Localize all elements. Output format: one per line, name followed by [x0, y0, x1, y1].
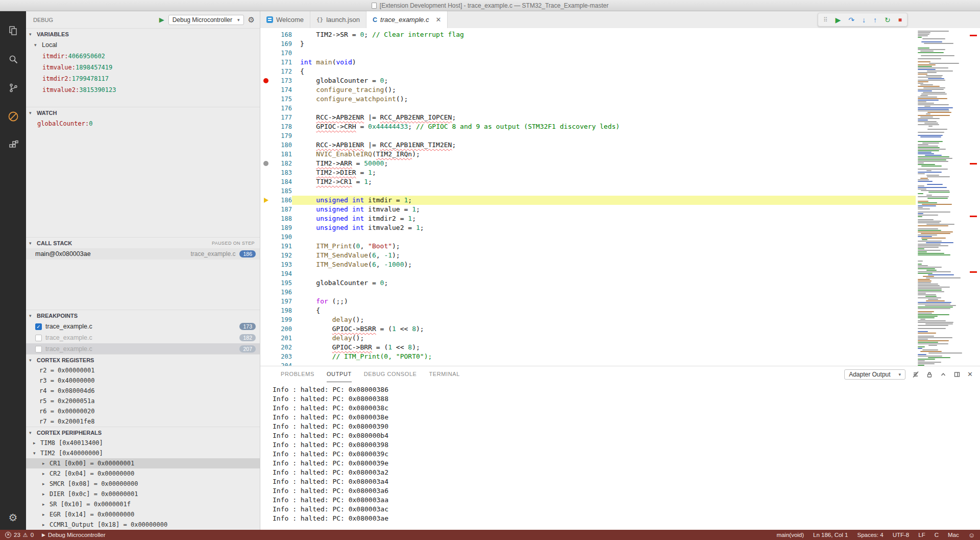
line-number[interactable]: 169	[272, 39, 292, 49]
code-line[interactable]: 200 GPIOC->BSRR = (1 << 8);	[260, 324, 916, 334]
code-line[interactable]: 171int main(void)	[260, 58, 916, 67]
gutter-glyph[interactable]	[260, 196, 272, 205]
tab-terminal[interactable]: TERMINAL	[429, 366, 460, 382]
tab-trace-example-c[interactable]: C trace_example.c ✕	[366, 11, 448, 28]
gutter-glyph[interactable]	[260, 95, 272, 104]
code-line[interactable]: 204	[260, 361, 916, 366]
code-line[interactable]: 175 configure_watchpoint();	[260, 95, 916, 104]
variables-header[interactable]: ▾ VARIABLES	[26, 28, 260, 39]
line-number[interactable]: 200	[272, 324, 292, 334]
stop-button[interactable]: ■	[898, 16, 902, 24]
gutter-glyph[interactable]	[260, 140, 272, 150]
minimap[interactable]	[916, 28, 965, 366]
maximize-panel-icon[interactable]	[940, 371, 947, 378]
line-number[interactable]: 194	[272, 269, 292, 278]
register-row[interactable]: r5 = 0x2000051a	[26, 396, 260, 406]
line-number[interactable]: 203	[272, 352, 292, 361]
call-stack-header[interactable]: ▾ CALL STACK PAUSED ON STEP	[26, 237, 260, 248]
line-number[interactable]: 201	[272, 334, 292, 343]
gutter-glyph[interactable]	[260, 67, 272, 76]
gutter-glyph[interactable]	[260, 39, 272, 49]
line-number[interactable]: 172	[272, 67, 292, 76]
code-line[interactable]: 169}	[260, 39, 916, 49]
scope-local[interactable]: ▾ Local	[26, 39, 260, 51]
gutter-glyph[interactable]	[260, 306, 272, 315]
drag-handle-icon[interactable]: ⠿	[823, 16, 828, 24]
debug-config-select[interactable]: Debug Microcontroller ▾	[168, 15, 244, 25]
code-line[interactable]: 176	[260, 104, 916, 113]
gutter-glyph[interactable]	[260, 168, 272, 177]
gutter-glyph[interactable]	[260, 205, 272, 214]
step-out-button[interactable]: ↑	[873, 16, 877, 24]
line-number[interactable]: 184	[272, 177, 292, 186]
code-line[interactable]: 203 // ITM_Print(0, "PORT0");	[260, 352, 916, 361]
feedback-smiley-icon[interactable]: ☺	[968, 531, 975, 539]
register-row[interactable]: r7 = 0x20001fe8	[26, 416, 260, 427]
close-icon[interactable]: ✕	[435, 16, 441, 24]
line-number[interactable]: 185	[272, 186, 292, 196]
eol[interactable]: LF	[918, 532, 925, 538]
search-icon[interactable]	[0, 45, 26, 74]
code-line[interactable]: 179	[260, 131, 916, 140]
peripheral-row[interactable]: ▸DIER [0x0c] = 0x00000001	[26, 489, 260, 499]
code-editor[interactable]: 167168 TIM2->SR = 0; // Clear interrupt …	[260, 28, 980, 366]
line-number[interactable]: 173	[272, 76, 292, 85]
gutter-glyph[interactable]	[260, 104, 272, 113]
tab-output[interactable]: OUTPUT	[327, 366, 352, 382]
code-line[interactable]: 183 TIM2->DIER = 1;	[260, 168, 916, 177]
code-line[interactable]: 170	[260, 49, 916, 58]
gutter-glyph[interactable]	[260, 288, 272, 297]
breakpoint-checkbox[interactable]	[35, 346, 42, 353]
line-number[interactable]: 176	[272, 104, 292, 113]
step-into-button[interactable]: ↓	[862, 16, 866, 24]
gutter-glyph[interactable]	[260, 297, 272, 306]
code-line[interactable]: 189 unsigned int itmvalue2 = 1;	[260, 223, 916, 232]
extensions-icon[interactable]	[0, 131, 26, 159]
problems-indicator[interactable]: ✕ 23 ⚠ 0	[5, 532, 34, 538]
code-line[interactable]: 185	[260, 186, 916, 196]
gutter-glyph[interactable]	[260, 324, 272, 334]
gutter-glyph[interactable]	[260, 223, 272, 232]
gutter-glyph[interactable]	[260, 361, 272, 366]
gutter-glyph[interactable]	[260, 58, 272, 67]
line-number[interactable]: 180	[272, 140, 292, 150]
tab-debug-console[interactable]: DEBUG CONSOLE	[364, 366, 417, 382]
gutter-glyph[interactable]	[260, 315, 272, 324]
gutter-glyph[interactable]	[260, 122, 272, 131]
line-number[interactable]: 181	[272, 150, 292, 159]
configure-gear-icon[interactable]: ⚙	[248, 15, 255, 25]
cortex-peripherals-header[interactable]: ▾ CORTEX PERIPHERALS	[26, 427, 260, 438]
line-number[interactable]: 204	[272, 361, 292, 366]
explorer-icon[interactable]	[0, 16, 26, 45]
code-line[interactable]: 199 delay();	[260, 315, 916, 324]
output-channel-select[interactable]: Adapter Output ▾	[844, 369, 905, 380]
code-line[interactable]: 195 globalCounter = 0;	[260, 278, 916, 288]
scroll-lock-icon[interactable]	[926, 371, 933, 378]
code-line[interactable]: 173 globalCounter = 0;	[260, 76, 916, 85]
breakpoint-checkbox[interactable]: ✓	[35, 323, 42, 330]
gutter-glyph[interactable]	[260, 30, 272, 39]
breakpoint-dot[interactable]	[263, 78, 268, 83]
cortex-registers-header[interactable]: ▾ CORTEX REGISTERS	[26, 354, 260, 365]
variable-row[interactable]: itmdir21799478117	[26, 73, 260, 84]
variable-row[interactable]: itmdir4066950602	[26, 51, 260, 62]
peripheral-row[interactable]: ▸TIM8 [0x40013400]	[26, 438, 260, 448]
watch-row[interactable]: globalCounter0	[26, 118, 260, 129]
peripheral-row[interactable]: ▸SR [0x10] = 0x0000001f	[26, 499, 260, 509]
line-number[interactable]: 193	[272, 260, 292, 269]
line-number[interactable]: 188	[272, 214, 292, 223]
gutter-glyph[interactable]	[260, 242, 272, 251]
gutter-glyph[interactable]	[260, 76, 272, 85]
line-number[interactable]: 187	[272, 205, 292, 214]
gutter-glyph[interactable]	[260, 49, 272, 58]
code-line[interactable]: 198 {	[260, 306, 916, 315]
code-line[interactable]: 168 TIM2->SR = 0; // Clear interrupt fla…	[260, 30, 916, 39]
peripheral-row[interactable]: ▸EGR [0x14] = 0x00000000	[26, 509, 260, 520]
source-control-icon[interactable]	[0, 74, 26, 102]
code-line[interactable]: 197 for (;;)	[260, 297, 916, 306]
gutter-glyph[interactable]	[260, 269, 272, 278]
line-number[interactable]: 170	[272, 49, 292, 58]
close-panel-icon[interactable]: ✕	[967, 370, 973, 378]
gutter-glyph[interactable]	[260, 150, 272, 159]
gutter-glyph[interactable]	[260, 232, 272, 242]
